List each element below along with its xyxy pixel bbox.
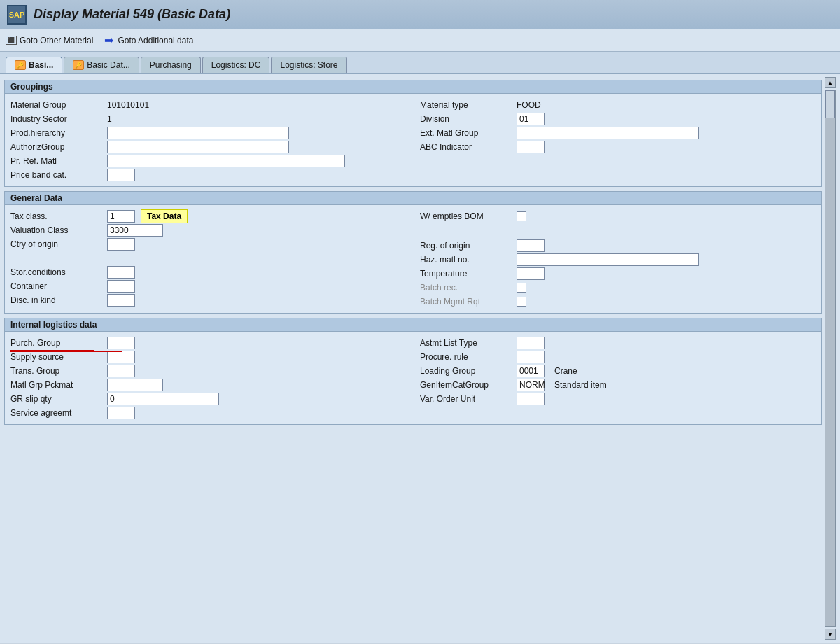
container-label: Container (10, 281, 102, 291)
scroll-down-button[interactable]: ▼ (825, 629, 836, 640)
division-input[interactable]: 01 (517, 113, 545, 125)
astmt-list-type-label: Astmt List Type (420, 338, 511, 348)
service-agreemt-input[interactable] (107, 407, 135, 419)
material-type-row: Material type FOOD (420, 98, 816, 112)
groupings-body: Material Group 101010101 Industry Sector… (5, 94, 821, 186)
abc-indicator-label: ABC Indicator (420, 142, 511, 152)
reg-of-origin-label: Reg. of origin (420, 241, 511, 251)
ext-matl-group-row: Ext. Matl Group (420, 126, 816, 140)
goto-other-material-button[interactable]: ⬛ Goto Other Material (6, 36, 93, 46)
astmt-list-type-row: Astmt List Type (420, 336, 816, 350)
scroll-up-button[interactable]: ▲ (825, 77, 836, 88)
price-band-cat-input[interactable] (107, 169, 135, 181)
astmt-list-type-input[interactable] (517, 337, 545, 349)
tab-basic-dat[interactable]: 🔑 Basic Dat... (64, 57, 139, 73)
disc-in-kind-input[interactable] (107, 294, 135, 307)
matl-grp-pckmat-input[interactable] (107, 379, 163, 391)
authoriz-group-row: AuthorizGroup (10, 140, 406, 154)
gr-slip-qty-input[interactable]: 0 (107, 393, 219, 405)
price-band-cat-label: Price band cat. (10, 170, 102, 180)
prod-hierarchy-input[interactable] (107, 127, 289, 139)
batch-mgmt-rqt-checkbox[interactable] (517, 297, 526, 307)
general-data-header: General Data (5, 192, 821, 205)
var-order-unit-input[interactable] (517, 393, 545, 405)
tax-class-input[interactable]: 1 (107, 210, 135, 223)
loading-group-input[interactable]: 0001 (517, 365, 545, 377)
batch-mgmt-rqt-row: Batch Mgmt Rqt (420, 295, 816, 309)
batch-rec-row: Batch rec. (420, 281, 816, 295)
tab-purchasing[interactable]: Purchasing (141, 57, 201, 73)
batch-mgmt-rqt-label: Batch Mgmt Rqt (420, 297, 511, 307)
w-empties-row: W/ empties BOM (420, 209, 816, 223)
batch-rec-checkbox[interactable] (517, 283, 526, 293)
trans-group-input[interactable] (107, 365, 135, 377)
w-empties-label: W/ empties BOM (420, 211, 511, 221)
toolbar: ⬛ Goto Other Material ➡ Goto Additional … (0, 29, 840, 52)
gen-item-cat-group-input[interactable]: NORM (517, 379, 545, 391)
pr-ref-matl-input[interactable] (107, 155, 345, 167)
material-group-row: Material Group 101010101 (10, 98, 406, 112)
ext-matl-group-input[interactable] (517, 127, 699, 139)
ctry-origin-input[interactable] (107, 238, 135, 251)
var-order-unit-row: Var. Order Unit (420, 392, 816, 406)
groupings-row1: Material Group 101010101 Industry Sector… (10, 98, 816, 182)
matl-grp-pckmat-row: Matl Grp Pckmat (10, 378, 406, 392)
goto-arrow-icon: ➡ (104, 34, 113, 47)
division-row: Division 01 (420, 112, 816, 126)
stor-conditions-row: Stor.conditions (10, 265, 406, 279)
haz-matl-no-row: Haz. matl no. (420, 253, 816, 267)
tab-logistics-dc[interactable]: Logistics: DC (202, 57, 270, 73)
tab-icon-basic-dat: 🔑 (73, 60, 84, 70)
valuation-class-label: Valuation Class (10, 225, 102, 235)
abc-indicator-input[interactable] (517, 141, 545, 153)
groupings-header: Groupings (5, 80, 821, 94)
procure-rule-input[interactable] (517, 351, 545, 363)
batch-rec-label: Batch rec. (420, 283, 511, 293)
tab-logistics-store[interactable]: Logistics: Store (271, 57, 346, 73)
w-empties-checkbox[interactable] (517, 211, 526, 221)
reg-of-origin-row: Reg. of origin (420, 239, 816, 253)
authoriz-group-input[interactable] (107, 141, 289, 153)
groupings-section: Groupings Material Group 101010101 Indus… (4, 80, 822, 187)
scrollbar: ▲ ▼ (825, 77, 836, 640)
haz-matl-no-label: Haz. matl no. (420, 255, 511, 265)
stor-conditions-label: Stor.conditions (10, 267, 102, 277)
general-data-section: General Data Tax class. 1 Tax Data Valua… (4, 191, 822, 314)
gen-item-cat-group-row: GenItemCatGroup NORM Standard item (420, 378, 816, 392)
division-label: Division (420, 114, 511, 124)
material-group-value: 101010101 (107, 100, 149, 110)
prod-hierarchy-row: Prod.hierarchy (10, 126, 406, 140)
temperature-row: Temperature (420, 267, 816, 281)
procure-rule-row: Procure. rule (420, 350, 816, 364)
tax-data-button[interactable]: Tax Data (141, 209, 188, 223)
goto-additional-data-button[interactable]: ➡ Goto Additional data (104, 34, 193, 47)
matl-grp-pckmat-label: Matl Grp Pckmat (10, 380, 102, 390)
pr-ref-matl-label: Pr. Ref. Matl (10, 156, 102, 166)
stor-conditions-input[interactable] (107, 266, 135, 279)
material-type-value: FOOD (517, 100, 541, 110)
purch-group-row: Purch. Group (10, 336, 406, 350)
supply-source-input[interactable] (107, 351, 135, 363)
procure-rule-label: Procure. rule (420, 352, 511, 362)
var-order-unit-label: Var. Order Unit (420, 394, 511, 404)
reg-of-origin-input[interactable] (517, 239, 545, 252)
general-data-body: Tax class. 1 Tax Data Valuation Class 33… (5, 205, 821, 313)
valuation-class-input[interactable]: 3300 (107, 224, 163, 237)
industry-sector-value: 1 (107, 114, 112, 124)
tax-class-row: Tax class. 1 Tax Data (10, 209, 406, 223)
prod-hierarchy-label: Prod.hierarchy (10, 128, 102, 138)
tax-class-label: Tax class. (10, 211, 102, 221)
container-input[interactable] (107, 280, 135, 293)
purch-group-input[interactable] (107, 337, 135, 349)
authoriz-group-label: AuthorizGroup (10, 142, 102, 152)
haz-matl-no-input[interactable] (517, 253, 699, 266)
loading-group-label: Loading Group (420, 366, 511, 376)
tab-basi[interactable]: 🔑 Basi... (6, 57, 62, 74)
scroll-thumb[interactable] (825, 90, 835, 118)
scroll-track[interactable] (825, 90, 836, 627)
gr-slip-qty-row: GR slip qty 0 (10, 392, 406, 406)
price-band-cat-row: Price band cat. (10, 168, 406, 182)
gen-item-cat-group-text: Standard item (554, 380, 607, 390)
temperature-input[interactable] (517, 267, 545, 280)
ctry-origin-label: Ctry of origin (10, 239, 102, 249)
